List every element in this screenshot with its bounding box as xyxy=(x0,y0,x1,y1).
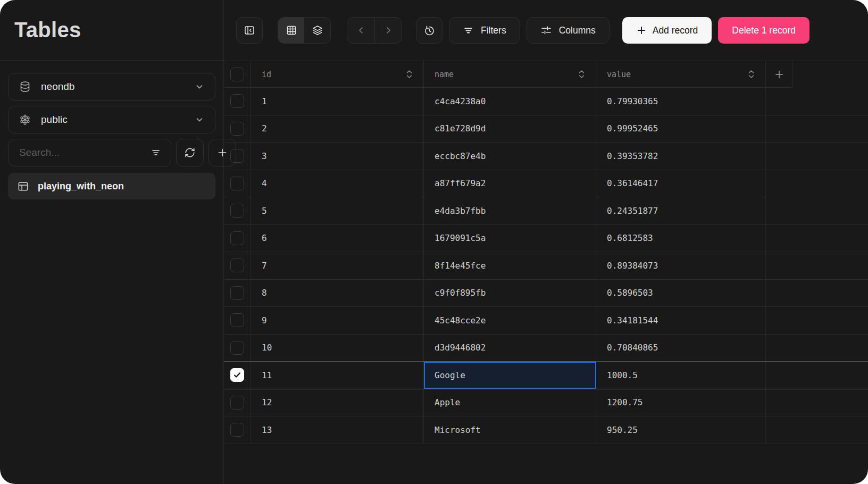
table-row[interactable]: 10d3d94468020.70840865 xyxy=(224,335,868,362)
delete-record-button-label: Delete 1 record xyxy=(732,25,796,36)
cell-name[interactable]: 1679091c5a xyxy=(424,225,596,252)
cell-name[interactable]: eccbc87e4b xyxy=(424,143,596,170)
cell-value[interactable]: 1200.75 xyxy=(596,389,766,416)
cell-name[interactable]: Apple xyxy=(424,389,596,416)
sort-icon[interactable] xyxy=(748,69,755,79)
select-all-checkbox[interactable] xyxy=(230,68,244,81)
columns-button[interactable]: Columns xyxy=(527,17,610,44)
row-checkbox[interactable] xyxy=(230,94,244,108)
cell-id[interactable]: 13 xyxy=(251,416,424,444)
sidebar-item-table-label: playing_with_neon xyxy=(38,181,124,192)
table-row[interactable]: 5e4da3b7fbb0.24351877 xyxy=(224,197,868,225)
database-selector[interactable]: neondb xyxy=(8,73,215,101)
sort-icon[interactable] xyxy=(578,69,585,79)
table-row[interactable]: 3eccbc87e4b0.39353782 xyxy=(224,143,868,170)
table-row[interactable]: 4a87ff679a20.36146417 xyxy=(224,170,868,198)
cell-value[interactable]: 0.5896503 xyxy=(596,280,766,307)
collapse-sidebar-button[interactable] xyxy=(236,17,263,44)
cell-value[interactable]: 0.6812583 xyxy=(596,225,766,252)
row-checkbox[interactable] xyxy=(230,286,244,300)
layers-view-toggle[interactable] xyxy=(304,18,330,43)
cell-value[interactable]: 950.25 xyxy=(596,416,766,444)
column-header-id[interactable]: id xyxy=(251,61,424,88)
cell-value[interactable]: 0.34181544 xyxy=(596,307,766,334)
cell-value[interactable]: 0.70840865 xyxy=(596,335,766,362)
table-row[interactable]: 945c48cce2e0.34181544 xyxy=(224,307,868,335)
table-row[interactable]: 2c81e728d9d0.99952465 xyxy=(224,115,868,143)
column-header-value[interactable]: value xyxy=(596,61,766,88)
row-checkbox-cell xyxy=(224,307,251,334)
cell-id[interactable]: 5 xyxy=(251,197,424,224)
row-checkbox-cell xyxy=(224,280,251,307)
row-checkbox[interactable] xyxy=(230,396,244,410)
cell-name[interactable]: 8f14e45fce xyxy=(424,252,596,279)
column-header-name[interactable]: name xyxy=(424,61,596,88)
cell-name[interactable]: a87ff679a2 xyxy=(424,170,596,197)
data-table: id name xyxy=(224,61,868,444)
row-checkbox[interactable] xyxy=(230,313,244,327)
cell-name[interactable]: Microsoft xyxy=(424,416,596,444)
select-all-cell xyxy=(224,61,251,88)
cell-name[interactable]: c9f0f895fb xyxy=(424,280,596,307)
filters-button[interactable]: Filters xyxy=(449,17,520,44)
search-box[interactable] xyxy=(8,139,171,166)
table-row[interactable]: 1c4ca4238a00.79930365 xyxy=(224,88,868,115)
row-checkbox[interactable] xyxy=(230,258,244,272)
cell-value[interactable]: 0.99952465 xyxy=(596,115,766,143)
cell-name[interactable]: c4ca4238a0 xyxy=(424,88,596,115)
row-checkbox-cell xyxy=(224,115,251,143)
cell-name[interactable]: e4da3b7fbb xyxy=(424,197,596,224)
row-checkbox[interactable] xyxy=(230,149,244,163)
add-column-button[interactable] xyxy=(766,61,792,88)
next-page-button[interactable] xyxy=(374,18,402,43)
grid-view-toggle[interactable] xyxy=(278,18,304,43)
sort-icon[interactable] xyxy=(406,69,413,79)
table-row[interactable]: 12Apple1200.75 xyxy=(224,389,868,417)
cell-value[interactable]: 0.39353782 xyxy=(596,143,766,170)
table-row[interactable]: 78f14e45fce0.89384073 xyxy=(224,252,868,280)
schema-selector[interactable]: public xyxy=(8,106,215,133)
cell-value[interactable]: 0.24351877 xyxy=(596,197,766,224)
table-row[interactable]: 61679091c5a0.6812583 xyxy=(224,225,868,253)
cell-id[interactable]: 6 xyxy=(251,225,424,252)
row-checkbox[interactable] xyxy=(230,341,244,355)
search-input[interactable] xyxy=(18,146,151,159)
cell-name[interactable]: d3d9446802 xyxy=(424,335,596,362)
cell-name[interactable]: Google xyxy=(424,362,596,389)
row-checkbox[interactable] xyxy=(230,122,244,136)
row-checkbox-checked[interactable] xyxy=(230,368,244,382)
add-record-button[interactable]: Add record xyxy=(622,17,712,44)
table-row[interactable]: 11Google1000.5 xyxy=(224,362,868,389)
cell-id[interactable]: 3 xyxy=(251,143,424,170)
cell-value[interactable]: 1000.5 xyxy=(596,362,766,389)
row-checkbox-cell xyxy=(224,88,251,115)
table-row[interactable]: 13Microsoft950.25 xyxy=(224,416,868,444)
cell-value[interactable]: 0.89384073 xyxy=(596,252,766,279)
cell-id[interactable]: 7 xyxy=(251,252,424,279)
row-checkbox[interactable] xyxy=(230,423,244,437)
delete-record-button[interactable]: Delete 1 record xyxy=(718,17,809,44)
cell-id[interactable]: 1 xyxy=(251,88,424,115)
cell-id[interactable]: 8 xyxy=(251,280,424,307)
cell-id[interactable]: 10 xyxy=(251,335,424,362)
row-checkbox[interactable] xyxy=(230,177,244,190)
cell-name[interactable]: 45c48cce2e xyxy=(424,307,596,334)
prev-page-button[interactable] xyxy=(347,18,374,43)
row-checkbox[interactable] xyxy=(230,231,244,245)
refresh-button[interactable] xyxy=(176,139,204,166)
history-button[interactable] xyxy=(416,17,443,44)
chevron-right-icon xyxy=(383,25,394,36)
chevron-down-icon xyxy=(194,81,205,92)
sidebar-item-table[interactable]: playing_with_neon xyxy=(8,173,215,199)
cell-id[interactable]: 11 xyxy=(251,362,424,389)
cell-id[interactable]: 4 xyxy=(251,170,424,197)
cell-value[interactable]: 0.36146417 xyxy=(596,170,766,197)
table-row[interactable]: 8c9f0f895fb0.5896503 xyxy=(224,280,868,307)
cell-id[interactable]: 9 xyxy=(251,307,424,334)
cell-id[interactable]: 2 xyxy=(251,115,424,143)
row-checkbox[interactable] xyxy=(230,204,244,218)
table-icon xyxy=(17,180,29,193)
cell-value[interactable]: 0.79930365 xyxy=(596,88,766,115)
cell-name[interactable]: c81e728d9d xyxy=(424,115,596,143)
cell-id[interactable]: 12 xyxy=(251,389,424,416)
